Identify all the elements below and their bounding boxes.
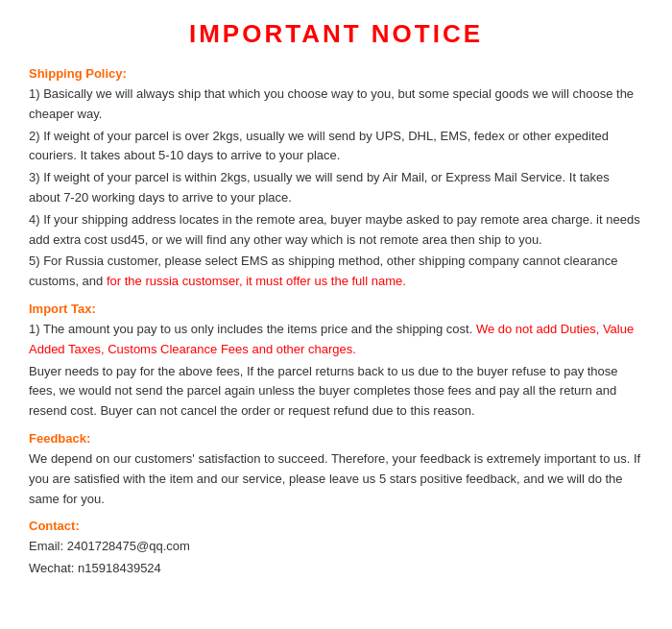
contact-email-line: Email: 2401728475@qq.com bbox=[29, 537, 643, 557]
shipping-item-1-text: Basically we will always ship that which… bbox=[29, 86, 634, 121]
shipping-item-2-text: If weight of your parcel is over 2kgs, u… bbox=[29, 129, 609, 163]
shipping-item-4-number: 4) bbox=[29, 212, 43, 227]
contact-section: Contact: Email: 2401728475@qq.com Wechat… bbox=[29, 519, 643, 579]
shipping-policy-label: Shipping Policy: bbox=[29, 66, 643, 81]
shipping-item-3-number: 3) bbox=[29, 170, 43, 184]
contact-wechat-label: Wechat: bbox=[29, 561, 78, 575]
feedback-section: Feedback: We depend on our customers' sa… bbox=[29, 431, 643, 509]
contact-wechat-value: n15918439524 bbox=[78, 561, 161, 575]
feedback-text: We depend on our customers' satisfaction… bbox=[29, 449, 643, 509]
shipping-item-1-number: 1) bbox=[29, 86, 43, 101]
contact-wechat-line: Wechat: n15918439524 bbox=[29, 559, 643, 579]
shipping-item-5-number: 5) bbox=[29, 254, 43, 268]
import-tax-section: Import Tax: 1) The amount you pay to us … bbox=[29, 302, 643, 422]
shipping-item-4: 4) If your shipping address locates in t… bbox=[29, 210, 643, 251]
shipping-policy-section: Shipping Policy: 1) Basically we will al… bbox=[29, 66, 643, 292]
contact-email-value: 2401728475@qq.com bbox=[67, 539, 190, 553]
shipping-item-1: 1) Basically we will always ship that wh… bbox=[29, 85, 643, 125]
import-tax-body: Buyer needs to pay for the above fees, I… bbox=[29, 362, 643, 422]
import-tax-label: Import Tax: bbox=[29, 302, 643, 316]
shipping-item-4-text: If your shipping address locates in the … bbox=[29, 212, 640, 247]
import-tax-intro: 1) The amount you pay to us only include… bbox=[29, 320, 643, 360]
shipping-item-5-text-highlight: for the russia customser, it must offer … bbox=[107, 274, 406, 288]
import-tax-intro-number: 1) bbox=[29, 322, 43, 336]
contact-label: Contact: bbox=[29, 519, 643, 533]
contact-email-label: Email: bbox=[29, 539, 67, 553]
shipping-item-2-number: 2) bbox=[29, 129, 43, 143]
shipping-item-3: 3) If weight of your parcel is within 2k… bbox=[29, 168, 643, 208]
shipping-item-2: 2) If weight of your parcel is over 2kgs… bbox=[29, 127, 643, 167]
page-title: IMPORTANT NOTICE bbox=[29, 19, 643, 49]
shipping-item-5: 5) For Russia customer, please select EM… bbox=[29, 252, 643, 292]
shipping-item-3-text: If weight of your parcel is within 2kgs,… bbox=[29, 170, 610, 205]
feedback-label: Feedback: bbox=[29, 431, 643, 446]
import-tax-intro-before: The amount you pay to us only includes t… bbox=[43, 322, 476, 336]
